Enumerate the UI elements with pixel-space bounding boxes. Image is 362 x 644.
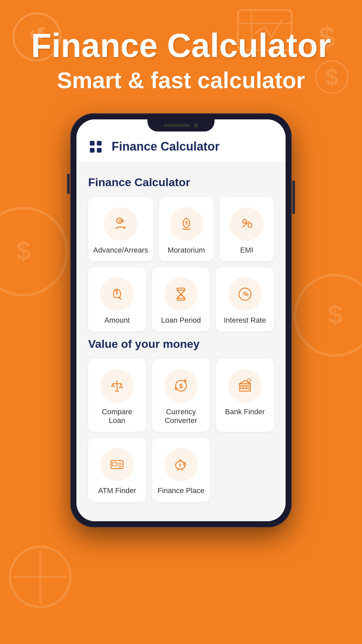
menu-dot-2	[97, 141, 102, 146]
finance-place-label: Finance Place	[158, 486, 204, 495]
section2-row1: Compare Loan $	[88, 359, 274, 432]
section2: Value of your money	[88, 337, 274, 502]
bank-finder-icon	[236, 377, 254, 394]
svg-rect-40	[112, 463, 117, 466]
amount-label: Amount	[104, 316, 130, 325]
atm-finder-item[interactable]: ATM Finder	[88, 438, 146, 502]
section1-title: Finance Calculator	[88, 176, 274, 189]
moratorium-icon: $	[178, 215, 195, 233]
loan-period-item[interactable]: Loan Period	[152, 267, 210, 331]
empty-placeholder	[216, 438, 274, 502]
hero-subtitle: Smart & fast calculator	[20, 67, 342, 93]
menu-dot-4	[97, 148, 102, 153]
compare-loan-item[interactable]: Compare Loan	[88, 359, 146, 432]
currency-converter-icon: $	[172, 377, 190, 394]
menu-dot-3	[90, 148, 95, 153]
interest-rate-item[interactable]: % Interest Rate	[216, 267, 274, 331]
svg-rect-23	[177, 288, 185, 290]
phone-camera	[194, 123, 198, 128]
atm-finder-label: ATM Finder	[98, 486, 136, 495]
loan-period-label: Loan Period	[161, 316, 201, 325]
phone-notch	[147, 119, 215, 131]
hero-section: Finance Calculator Smart & fast calculat…	[0, 0, 362, 107]
advance-arrears-item[interactable]: EMI Advance/Arrears	[88, 197, 153, 261]
svg-point-37	[247, 379, 251, 382]
svg-rect-24	[177, 298, 185, 300]
section2-title: Value of your money	[88, 337, 274, 351]
hero-title: Finance Calculator	[20, 27, 342, 64]
interest-rate-label: Interest Rate	[224, 316, 266, 325]
svg-rect-34	[241, 385, 243, 389]
svg-text:$: $	[179, 383, 183, 389]
bank-finder-icon-circle	[228, 369, 262, 402]
svg-point-19	[248, 223, 252, 227]
svg-point-22	[115, 289, 117, 291]
app-title: Finance Calculator	[112, 140, 220, 154]
compare-loan-icon-circle	[100, 369, 134, 402]
finance-place-icon: $	[172, 456, 190, 473]
svg-text:EMI: EMI	[118, 219, 124, 223]
atm-finder-icon	[108, 456, 126, 473]
app-content: Finance Calculator EMI A	[76, 162, 286, 521]
moratorium-label: Moratorium	[168, 246, 205, 255]
atm-finder-icon-circle	[100, 448, 134, 481]
moratorium-icon-circle: $	[170, 207, 203, 241]
svg-text:$: $	[179, 463, 181, 468]
section2-row2: ATM Finder	[88, 438, 274, 502]
loan-period-icon	[172, 285, 190, 303]
section1-row1: EMI Advance/Arrears $	[88, 197, 274, 261]
svg-rect-36	[247, 385, 249, 389]
emi-icon: %	[238, 215, 255, 233]
loan-period-icon-circle	[164, 277, 198, 311]
svg-text:$: $	[185, 220, 188, 225]
compare-loan-icon	[108, 377, 126, 394]
finance-place-icon-circle: $	[164, 448, 198, 481]
section1-row2: $ Amount	[88, 267, 274, 331]
volume-button	[67, 174, 70, 194]
currency-converter-icon-circle: $	[164, 369, 198, 402]
phone-screen: Finance Calculator Finance Calculator EM…	[76, 119, 286, 521]
menu-icon[interactable]	[90, 141, 102, 153]
svg-text:%: %	[244, 221, 246, 223]
currency-converter-label: Currency Converter	[157, 408, 205, 425]
phone-frame: Finance Calculator Finance Calculator EM…	[70, 113, 292, 527]
amount-icon: $	[108, 285, 126, 303]
power-button	[292, 180, 295, 214]
advance-arrears-label: Advance/Arrears	[93, 246, 148, 255]
emi-item[interactable]: % EMI	[220, 197, 274, 261]
bank-finder-item[interactable]: Bank Finder	[216, 359, 274, 432]
phone-speaker	[164, 124, 190, 127]
svg-text:%: %	[243, 291, 248, 298]
menu-dot-1	[90, 141, 95, 146]
advance-arrears-icon-circle: EMI	[104, 207, 137, 241]
currency-converter-item[interactable]: $ Currency Converter	[152, 359, 210, 432]
emi-icon-circle: %	[230, 207, 263, 241]
svg-point-12	[10, 547, 70, 607]
finance-place-item[interactable]: $ Finance Place	[152, 438, 210, 502]
amount-item[interactable]: $ Amount	[88, 267, 146, 331]
amount-icon-circle: $	[100, 277, 134, 311]
compare-loan-label: Compare Loan	[93, 408, 141, 425]
moratorium-item[interactable]: $ Moratorium	[159, 197, 214, 261]
interest-rate-icon-circle: %	[228, 277, 262, 311]
interest-rate-icon: %	[236, 285, 254, 303]
advance-arrears-icon: EMI	[112, 215, 129, 233]
bank-finder-label: Bank Finder	[225, 408, 265, 416]
svg-rect-35	[244, 385, 246, 389]
phone-mockup: Finance Calculator Finance Calculator EM…	[0, 113, 362, 527]
emi-label: EMI	[240, 246, 253, 255]
